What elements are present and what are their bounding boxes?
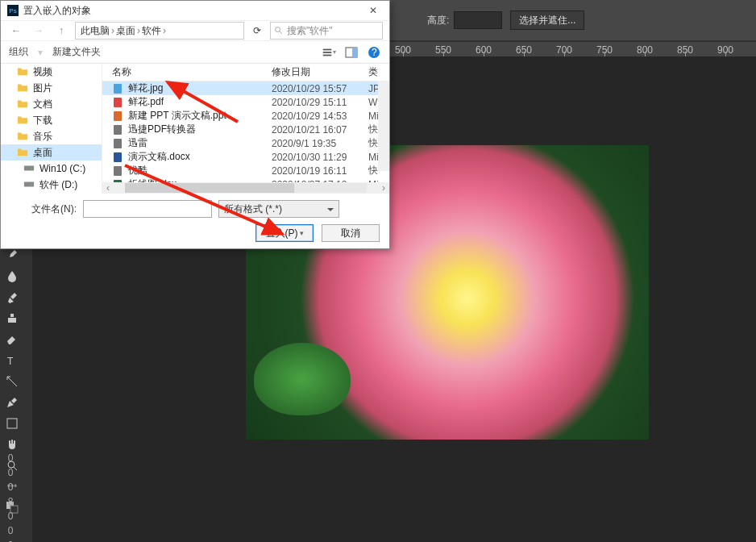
folder-sidebar[interactable]: 视频图片文档下载音乐桌面Win10 (C:)软件 (D:)Win7 (E:) (1, 64, 102, 194)
file-row[interactable]: 鲜花.pdf2020/10/29 15:11W (102, 95, 389, 109)
file-name: 优酷 (128, 164, 272, 177)
dialog-navbar: ← → ↑ 此电脑 › 桌面 › 软件 › ⟳ 搜索"软件" (1, 20, 389, 41)
file-row[interactable]: 演示文稿.docx2020/10/30 11:29Mi (102, 150, 389, 164)
folder-icon (17, 147, 28, 159)
refresh-button[interactable]: ⟳ (249, 25, 265, 36)
sidebar-item[interactable]: 桌面 (1, 144, 102, 161)
sidebar-item-label: 桌面 (33, 146, 52, 160)
file-icon (112, 179, 123, 183)
svg-point-18 (31, 184, 33, 186)
place-button[interactable]: 置入(P)▾ (255, 224, 314, 242)
search-input[interactable]: 搜索"软件" (270, 22, 383, 40)
file-pane: 名称 修改日期 类 鲜花.jpg2020/10/29 15:57JP鲜花.pdf… (102, 64, 389, 194)
svg-rect-0 (8, 318, 16, 323)
column-type[interactable]: 类 (368, 64, 389, 81)
vertical-scrollbar[interactable] (378, 81, 389, 171)
svg-rect-22 (114, 98, 122, 107)
file-icon (112, 83, 123, 94)
ps-badge-icon: Ps (7, 5, 19, 16)
file-icon (112, 97, 123, 108)
file-icon (112, 110, 123, 122)
file-date: 2020/10/27 17:10 (272, 179, 368, 183)
sidebar-item[interactable]: 图片 (1, 80, 102, 96)
breadcrumb-item[interactable]: 软件 (142, 24, 161, 38)
file-date: 2020/9/1 19:35 (272, 138, 368, 149)
file-row[interactable]: 鲜花.jpg2020/10/29 15:57JP (102, 81, 389, 95)
file-row[interactable]: 折线图.xlsx2020/10/27 17:10Mi (102, 177, 389, 182)
nav-up-button[interactable]: ↑ (52, 23, 70, 39)
file-type: Mi (368, 179, 389, 183)
clone-stamp-tool[interactable] (3, 310, 21, 327)
svg-point-16 (31, 168, 33, 169)
file-date: 2020/10/29 15:57 (272, 83, 368, 94)
vertical-ruler-fragment: 0008009001000 (0, 452, 21, 542)
select-and-mask-button[interactable]: 选择并遮住... (510, 10, 584, 30)
drive-icon (23, 163, 35, 175)
sidebar-item-label: 图片 (33, 81, 52, 95)
file-icon (112, 138, 123, 149)
sidebar-item[interactable]: 软件 (D:) (1, 177, 102, 193)
help-button[interactable]: ? (367, 45, 381, 60)
view-mode-button[interactable]: ▾ (322, 45, 336, 60)
dialog-footer: 文件名(N): 所有格式 (*.*) 置入(P)▾ 取消 (1, 194, 389, 248)
hand-tool[interactable] (3, 436, 21, 453)
drive-icon (23, 179, 35, 191)
new-folder-button[interactable]: 新建文件夹 (52, 45, 101, 59)
search-icon (274, 26, 284, 35)
nav-forward-button[interactable]: → (30, 23, 48, 39)
svg-rect-12 (352, 48, 357, 57)
preview-pane-button[interactable] (344, 45, 359, 60)
dialog-body: 视频图片文档下载音乐桌面Win10 (C:)软件 (D:)Win7 (E:) 名… (1, 64, 389, 194)
type-tool[interactable]: T (3, 352, 21, 369)
dialog-toolbar: 组织 ▾ 新建文件夹 ▾ ? (1, 41, 389, 64)
cancel-button[interactable]: 取消 (322, 224, 380, 242)
horizontal-scrollbar[interactable]: ‹ › (102, 182, 389, 194)
sidebar-item[interactable]: Win10 (C:) (1, 161, 102, 177)
filename-input[interactable] (83, 200, 212, 218)
breadcrumb[interactable]: 此电脑 › 桌面 › 软件 › (75, 22, 244, 40)
file-filter-select[interactable]: 所有格式 (*.*) (218, 200, 339, 218)
brush-tool[interactable] (3, 289, 21, 306)
chevron-right-icon: › (163, 25, 166, 36)
column-date[interactable]: 修改日期 (272, 64, 368, 81)
file-date: 2020/10/21 16:07 (272, 124, 368, 136)
file-name: 鲜花.jpg (128, 81, 272, 95)
breadcrumb-root[interactable]: 此电脑 (81, 24, 110, 38)
eyedropper-tool[interactable] (3, 247, 21, 265)
close-icon[interactable]: ✕ (363, 5, 383, 16)
sidebar-item-label: 下载 (33, 114, 52, 127)
pen-tool[interactable] (3, 394, 21, 411)
sidebar-item[interactable]: 下载 (1, 112, 102, 128)
file-row[interactable]: 迅雷2020/9/1 19:35快 (102, 136, 389, 150)
file-name: 演示文稿.docx (128, 150, 272, 164)
sidebar-item-label: Win10 (C:) (39, 163, 85, 174)
svg-rect-28 (114, 180, 122, 183)
height-label: 高度: (427, 14, 449, 27)
eraser-tool[interactable] (3, 331, 21, 348)
file-row[interactable]: 优酷2020/10/19 16:11快 (102, 164, 389, 177)
file-list-header[interactable]: 名称 修改日期 类 (102, 64, 389, 81)
nav-back-button[interactable]: ← (7, 23, 25, 39)
svg-rect-15 (24, 165, 34, 170)
scrollbar-thumb[interactable] (125, 183, 294, 193)
breadcrumb-item[interactable]: 桌面 (116, 24, 135, 38)
column-name[interactable]: 名称 (102, 64, 272, 81)
file-icon (112, 124, 123, 136)
file-row[interactable]: 新建 PPT 演示文稿.ppt2020/10/29 14:53Mi (102, 109, 389, 123)
organize-menu[interactable]: 组织 (9, 45, 28, 59)
height-input[interactable] (454, 11, 502, 29)
file-row[interactable]: 迅捷PDF转换器2020/10/21 16:07快 (102, 123, 389, 136)
blur-tool[interactable] (3, 268, 21, 286)
sidebar-item-label: 文档 (33, 98, 52, 111)
dialog-title: 置入嵌入的对象 (23, 4, 91, 18)
file-name: 鲜花.pdf (128, 95, 272, 109)
folder-icon (17, 115, 28, 127)
sidebar-item[interactable]: 视频 (1, 64, 102, 80)
svg-rect-26 (114, 152, 122, 162)
sidebar-item[interactable]: 音乐 (1, 128, 102, 144)
file-list[interactable]: 鲜花.jpg2020/10/29 15:57JP鲜花.pdf2020/10/29… (102, 81, 389, 182)
shape-tool[interactable] (3, 415, 21, 432)
svg-rect-17 (24, 181, 34, 186)
path-tool[interactable] (3, 373, 21, 390)
sidebar-item[interactable]: 文档 (1, 96, 102, 112)
